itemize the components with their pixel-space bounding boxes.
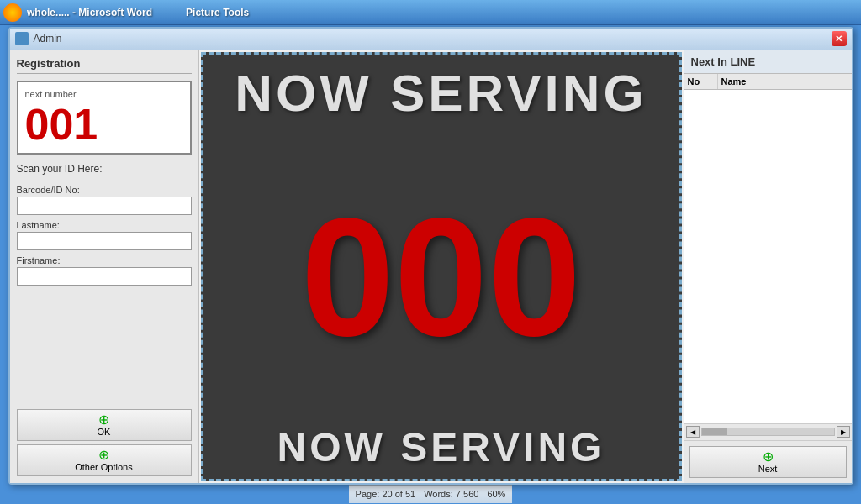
picture-tools-label: Picture Tools bbox=[186, 7, 249, 18]
registration-panel: Registration next number 001 Scan your I… bbox=[10, 50, 199, 483]
column-name: Name bbox=[718, 74, 852, 89]
queue-header: No Name bbox=[684, 74, 852, 90]
next-label: Next bbox=[758, 464, 778, 474]
barcode-input[interactable] bbox=[17, 197, 192, 215]
next-number-value: 001 bbox=[25, 102, 183, 146]
barcode-label: Barcode/ID No: bbox=[17, 185, 192, 195]
current-number-display: 000 bbox=[301, 139, 582, 416]
status-bar-right: 60% bbox=[487, 489, 505, 499]
column-no: No bbox=[684, 74, 718, 89]
admin-window: Admin ✕ Registration next number 001 Sca… bbox=[8, 27, 853, 485]
app-title: whole..... - Microsoft Word bbox=[27, 7, 152, 18]
ok-label: OK bbox=[98, 427, 111, 437]
admin-titlebar: Admin ✕ bbox=[10, 29, 852, 50]
ok-button[interactable]: ⊕ OK bbox=[17, 409, 192, 441]
bottom-buttons: ⊕ OK ⊕ Other Options bbox=[17, 409, 192, 476]
scroll-left-button[interactable]: ◀ bbox=[686, 426, 700, 438]
other-options-button[interactable]: ⊕ Other Options bbox=[17, 444, 192, 476]
next-number-box: next number 001 bbox=[17, 81, 192, 155]
main-background: Admin ✕ Registration next number 001 Sca… bbox=[0, 25, 861, 504]
ok-icon: ⊕ bbox=[98, 413, 109, 427]
now-serving-top-text: NOW SERVING bbox=[235, 63, 647, 123]
status-page: Page: 20 of 51 bbox=[356, 489, 416, 499]
next-number-label: next number bbox=[25, 89, 183, 99]
scroll-thumb[interactable] bbox=[702, 428, 727, 435]
firstname-label: Firstname: bbox=[17, 255, 192, 265]
admin-window-icon bbox=[15, 32, 29, 45]
lastname-input[interactable] bbox=[17, 232, 192, 250]
dash-separator: - bbox=[17, 396, 192, 406]
now-serving-bottom-text: NOW SERVING bbox=[277, 424, 605, 470]
queue-body bbox=[684, 90, 852, 375]
next-icon: ⊕ bbox=[763, 450, 774, 464]
next-button-area: ⊕ Next bbox=[684, 440, 852, 483]
horizontal-scrollbar[interactable]: ◀ ▶ bbox=[684, 423, 852, 440]
zoom-level: 60% bbox=[487, 489, 505, 499]
os-taskbar: whole..... - Microsoft Word Picture Tool… bbox=[0, 0, 861, 25]
lastname-label: Lastname: bbox=[17, 220, 192, 230]
admin-window-title: Admin bbox=[34, 33, 62, 45]
status-words: Words: 7,560 bbox=[424, 489, 478, 499]
scroll-right-button[interactable]: ▶ bbox=[837, 426, 850, 438]
queue-table: No Name bbox=[684, 74, 852, 423]
other-options-icon: ⊕ bbox=[98, 449, 109, 462]
close-button[interactable]: ✕ bbox=[832, 31, 847, 46]
display-panel: NOW SERVING 000 NOW SERVING bbox=[201, 52, 682, 481]
firstname-input[interactable] bbox=[17, 267, 192, 286]
registration-title: Registration bbox=[17, 57, 192, 74]
scan-label: Scan your ID Here: bbox=[17, 163, 192, 175]
status-bar: Page: 20 of 51 Words: 7,560 60% bbox=[349, 485, 513, 503]
admin-content: Registration next number 001 Scan your I… bbox=[10, 50, 852, 483]
queue-title: Next In LINE bbox=[684, 50, 852, 74]
os-logo bbox=[3, 3, 22, 22]
scroll-track[interactable] bbox=[701, 428, 835, 436]
other-options-label: Other Options bbox=[75, 462, 132, 472]
next-button[interactable]: ⊕ Next bbox=[689, 446, 847, 478]
queue-panel: Next In LINE No Name ◀ ▶ bbox=[684, 50, 852, 483]
